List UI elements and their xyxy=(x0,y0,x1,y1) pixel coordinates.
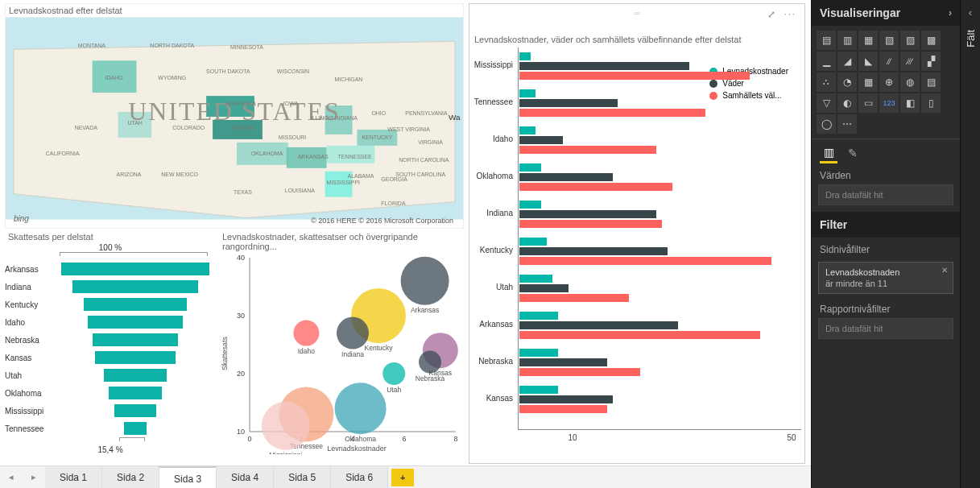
cbar-bar[interactable] xyxy=(519,368,640,376)
bubble-point[interactable] xyxy=(262,402,310,450)
cbar-bar[interactable] xyxy=(519,358,607,366)
fields-tab-icon[interactable]: ▥ xyxy=(820,143,837,163)
funnel-bar[interactable] xyxy=(61,263,209,275)
bubble-point[interactable] xyxy=(293,321,319,346)
page-tab-5[interactable]: Sida 5 xyxy=(274,466,331,489)
funnel-bar[interactable] xyxy=(72,280,198,293)
gauge-icon[interactable]: ◐ xyxy=(837,93,857,113)
cbar-bar[interactable] xyxy=(519,62,689,70)
cbar-bar[interactable] xyxy=(519,238,547,246)
cbar-bar[interactable] xyxy=(519,89,535,97)
values-drop-zone[interactable]: Dra datafält hit xyxy=(818,184,953,205)
combo2-chart-icon[interactable]: ⫻ xyxy=(900,52,920,71)
page-tab-4[interactable]: Sida 4 xyxy=(217,466,274,489)
funnel-bar[interactable] xyxy=(88,316,183,329)
cbar-bar[interactable] xyxy=(519,275,552,283)
bubble-point[interactable] xyxy=(382,362,405,385)
funnel-visual[interactable]: Skattesats per delstat 100 % ArkansasInd… xyxy=(5,230,216,464)
drag-handle[interactable]: ═ xyxy=(634,9,639,18)
cbar-bar[interactable] xyxy=(519,247,668,255)
cbar-bar[interactable] xyxy=(519,136,563,144)
page-tab-2[interactable]: Sida 2 xyxy=(102,466,159,489)
cbar-bar[interactable] xyxy=(519,220,662,228)
cbar-bar[interactable] xyxy=(519,146,656,154)
funnel-row[interactable]: Kansas xyxy=(5,349,216,366)
multi-card-icon[interactable]: 123 xyxy=(879,93,899,113)
cbar-bar[interactable] xyxy=(519,321,678,329)
kpi-icon[interactable]: ◧ xyxy=(900,93,920,113)
cbar-bar[interactable] xyxy=(519,99,618,107)
add-page-button[interactable]: + xyxy=(391,469,414,486)
filled-map-icon[interactable]: ◍ xyxy=(900,72,920,92)
funnel-bar[interactable] xyxy=(109,387,162,399)
funnel-bar[interactable] xyxy=(84,298,188,311)
funnel-bar[interactable] xyxy=(93,333,179,346)
cbar-bar[interactable] xyxy=(519,395,613,403)
custom-viz-icon[interactable]: ⋯ xyxy=(837,114,857,134)
page-tab-3[interactable]: Sida 3 xyxy=(159,466,217,489)
page-filter-chip[interactable]: Levnadskostnaden är mindre än 11 ✕ xyxy=(818,262,953,294)
clustered-bar-visual[interactable]: ═ ⤢ ··· Levnadskostnader, väder och samh… xyxy=(469,3,805,464)
report-filter-drop-zone[interactable]: Dra datafält hit xyxy=(818,318,953,339)
funnel-bar[interactable] xyxy=(124,422,147,435)
funnel-bar[interactable] xyxy=(114,404,156,417)
waterfall-icon[interactable]: ▞ xyxy=(921,52,941,71)
funnel-row[interactable]: Mississippi xyxy=(5,402,216,420)
cbar-bar[interactable] xyxy=(519,163,541,172)
cbar-bar[interactable] xyxy=(519,210,656,218)
cbar-bar[interactable] xyxy=(519,294,629,302)
funnel-row[interactable]: Tennessee xyxy=(5,420,216,437)
hundred-bar-icon[interactable]: ▨ xyxy=(900,31,920,50)
slicer-icon[interactable]: ▯ xyxy=(921,93,941,113)
cbar-bar[interactable] xyxy=(519,72,750,80)
cbar-bar[interactable] xyxy=(519,126,535,134)
cbar-bar[interactable] xyxy=(519,386,558,394)
map-icon[interactable]: ⊕ xyxy=(879,72,899,92)
map-visual[interactable]: Levnadskostnad efter delstat UNITED STAT… xyxy=(5,3,464,229)
funnel-bar[interactable] xyxy=(104,369,166,382)
bubble-point[interactable] xyxy=(337,317,369,349)
page-prev-icon[interactable]: ◂ xyxy=(0,472,23,482)
cbar-bar[interactable] xyxy=(519,284,569,292)
cbar-bar[interactable] xyxy=(519,331,760,339)
us-map[interactable]: UNITED STATES MONTANANORTH DAKOTAMINNESO… xyxy=(6,17,463,220)
stacked-column-icon[interactable]: ▥ xyxy=(837,31,857,50)
page-next-icon[interactable]: ▸ xyxy=(23,472,45,482)
donut-icon[interactable]: ◯ xyxy=(817,114,836,134)
fields-pane-label[interactable]: Fält xyxy=(965,25,977,52)
card-icon[interactable]: ▭ xyxy=(858,93,878,113)
page-tab-1[interactable]: Sida 1 xyxy=(45,466,102,489)
funnel-row[interactable]: Kentucky xyxy=(5,296,216,313)
bubble-point[interactable] xyxy=(401,257,449,305)
hundred-column-icon[interactable]: ▩ xyxy=(921,31,941,50)
line-chart-icon[interactable]: ▁ xyxy=(817,52,836,71)
scatter-icon[interactable]: ∴ xyxy=(817,72,836,92)
funnel-row[interactable]: Oklahoma xyxy=(5,384,216,402)
funnel-row[interactable]: Arkansas xyxy=(5,260,216,278)
clustered-column-icon[interactable]: ▧ xyxy=(879,31,899,50)
cbar-bar[interactable] xyxy=(519,183,672,191)
funnel-bar[interactable] xyxy=(95,351,175,364)
funnel-icon[interactable]: ▽ xyxy=(817,93,836,113)
format-tab-icon[interactable]: ✎ xyxy=(844,143,862,163)
funnel-row[interactable]: Idaho xyxy=(5,313,216,331)
more-options-icon[interactable]: ··· xyxy=(784,9,796,19)
focus-mode-icon[interactable]: ⤢ xyxy=(767,9,775,20)
treemap-icon[interactable]: ▦ xyxy=(858,72,878,92)
pie-icon[interactable]: ◔ xyxy=(837,72,857,92)
page-tab-6[interactable]: Sida 6 xyxy=(331,466,388,489)
table-icon[interactable]: ▤ xyxy=(921,72,941,92)
stacked-area-icon[interactable]: ◣ xyxy=(858,52,878,71)
cbar-bar[interactable] xyxy=(519,312,558,320)
remove-filter-icon[interactable]: ✕ xyxy=(941,266,948,275)
cbar-bar[interactable] xyxy=(519,52,531,60)
cbar-bar[interactable] xyxy=(519,109,705,117)
funnel-row[interactable]: Indiana xyxy=(5,278,216,296)
clustered-bar-icon[interactable]: ▦ xyxy=(858,31,878,50)
chevron-right-icon[interactable]: › xyxy=(949,7,952,19)
funnel-row[interactable]: Utah xyxy=(5,366,216,384)
cbar-bar[interactable] xyxy=(519,349,558,357)
combo-chart-icon[interactable]: ⫽ xyxy=(879,52,899,71)
fields-pane-collapsed[interactable]: ‹ Fält xyxy=(960,0,980,488)
bubble-point[interactable] xyxy=(335,383,387,434)
